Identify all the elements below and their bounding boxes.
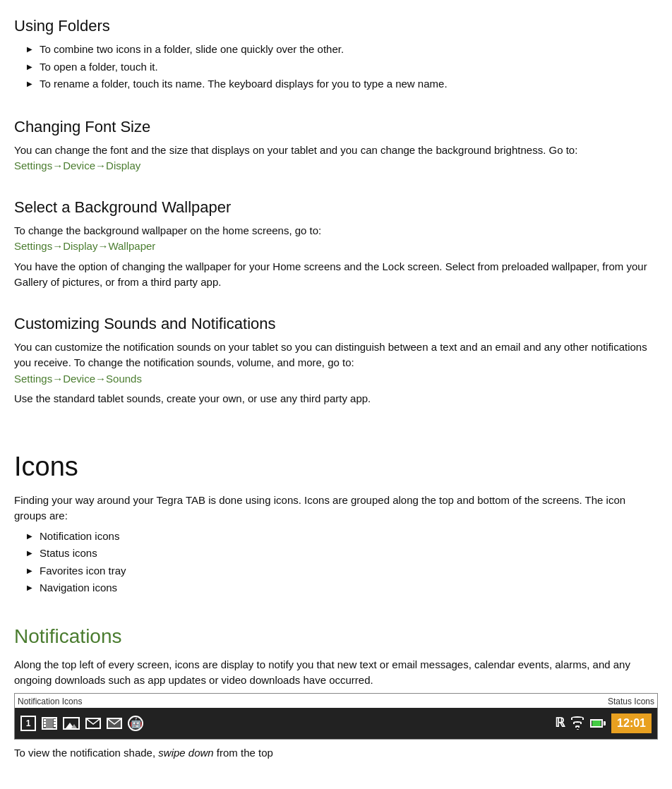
android-icon: 🤖 [128,716,143,731]
time-display: 12:01 [611,713,652,733]
status-bar-labels: Notification Icons Status Icons [15,694,657,708]
sounds-title: Customizing Sounds and Notifications [14,312,658,335]
wifi-icon [570,717,584,730]
email-icon [85,718,101,729]
notifications-section: Notifications Along the top left of ever… [14,622,658,761]
bluetooth-icon: ℝ [555,713,565,733]
changing-font-para: You can change the font and the size tha… [14,143,658,174]
wallpaper-para2: You have the option of changing the wall… [14,259,658,291]
status-bar: 1 [15,708,657,739]
settings-device-sounds-link[interactable]: Settings→Device→Sounds [14,373,142,385]
image-icon [63,717,80,730]
sounds-para1: You can customize the notification sound… [14,339,658,387]
wallpaper-para1: To change the background wallpaper on th… [14,223,658,255]
list-item: Navigation icons [27,580,658,596]
swipe-down-para: To view the notification shade, swipe do… [14,745,658,761]
settings-display-wallpaper-link[interactable]: Settings→Display→Wallpaper [14,240,155,252]
email-icon-2 [107,718,122,729]
notifications-title: Notifications [14,622,658,651]
icons-title: Icons [14,447,658,487]
status-icons-label: Status Icons [608,695,654,708]
list-item: Favorites icon tray [27,563,658,579]
using-folders-title: Using Folders [14,14,658,37]
battery-icon [590,719,606,728]
list-item: To rename a folder, touch its name. The … [27,76,658,92]
sounds-section: Customizing Sounds and Notifications You… [14,312,658,407]
film-icon [42,717,57,730]
list-item: Notification icons [27,529,658,545]
using-folders-list: To combine two icons in a folder, slide … [27,42,658,92]
calendar-icon: 1 [20,716,36,731]
status-bar-illustration: Notification Icons Status Icons 1 [14,693,658,740]
notifications-para1: Along the top left of every screen, icon… [14,657,658,689]
list-item: Status icons [27,546,658,562]
icons-para1: Finding your way around your Tegra TAB i… [14,493,658,524]
icons-section: Icons Finding your way around your Tegra… [14,447,658,596]
wallpaper-section: Select a Background Wallpaper To change … [14,195,658,291]
wallpaper-title: Select a Background Wallpaper [14,195,658,219]
list-item: To combine two icons in a folder, slide … [27,42,658,58]
changing-font-section: Changing Font Size You can change the fo… [14,115,658,174]
settings-device-display-link[interactable]: Settings→Device→Display [14,159,140,171]
icons-list: Notification icons Status icons Favorite… [27,529,658,596]
status-bar-right-icons: ℝ 12:01 [555,713,652,733]
sounds-para2: Use the standard tablet sounds, create y… [14,391,658,407]
changing-font-title: Changing Font Size [14,115,658,138]
notification-icons-label: Notification Icons [18,695,82,708]
using-folders-section: Using Folders To combine two icons in a … [14,14,658,92]
list-item: To open a folder, touch it. [27,59,658,76]
status-bar-left-icons: 1 [20,716,143,731]
